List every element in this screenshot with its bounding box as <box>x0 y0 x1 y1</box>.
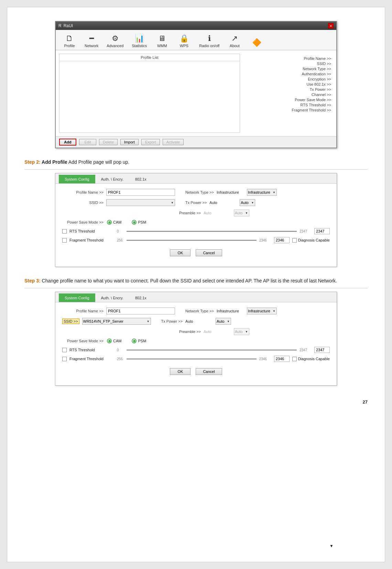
dialog2-network-type-select-wrapper: Infrastructure <box>247 308 277 314</box>
tab-about[interactable]: ↗ About <box>224 33 245 50</box>
dialog1-network-type-select-wrapper: Infrastructure <box>247 189 277 196</box>
dialog2-preamble-col: Preamble >> Auto Auto <box>179 328 249 335</box>
dialog2-rts-row: RTS Threshold 0 2347 <box>62 347 330 353</box>
dialog1-profile-name-label: Profile Name >> <box>62 190 104 194</box>
scroll-arrow[interactable]: ▼ <box>329 544 334 548</box>
dialog2-txpower-col: Tx Power >> Auto Auto <box>161 318 231 325</box>
dialog2-power-save-label: Power Save Mode >> <box>62 339 104 343</box>
field-use8021x: Use 802.1x >> <box>245 82 331 86</box>
dialog1-diagnosis-checkbox[interactable] <box>292 238 297 243</box>
dialog1-tab-8021x[interactable]: 802.1x <box>129 175 152 183</box>
dialog1-cam-radio[interactable]: CAM <box>107 220 121 225</box>
tab-advanced[interactable]: ⚙ Advanced <box>103 33 127 50</box>
dialog2-fragment-value-input[interactable] <box>274 356 290 362</box>
dialog1-footer: OK Cancel <box>62 246 330 261</box>
tab-wps[interactable]: 🔒 WPS <box>174 33 194 50</box>
raui-content: Profile List Profile Name >> SSID >> Net… <box>56 50 336 136</box>
dialog1-tab-auth-encry[interactable]: Auth. \ Encry. <box>95 175 129 183</box>
dialog2-network-type-col: Network Type >> Infrastructure Infrastru… <box>185 308 277 314</box>
dialog2-network-type-select[interactable]: Infrastructure <box>247 308 277 314</box>
dialog1-power-save-row: Power Save Mode >> CAM PSM <box>62 220 330 225</box>
close-button[interactable]: ✕ <box>328 23 334 29</box>
dialog2-tab-system-config[interactable]: System Config <box>59 293 95 302</box>
dialog1-rts-slider[interactable] <box>127 231 297 232</box>
dialog1-cancel-button[interactable]: Cancel <box>196 249 222 256</box>
tab-profile[interactable]: 🗋 Profile <box>59 33 80 50</box>
dialog1-network-type-select[interactable]: Infrastructure <box>247 189 277 196</box>
edit-button[interactable]: Edit <box>79 139 96 145</box>
dialog2-cam-radio[interactable]: CAM <box>107 339 121 343</box>
dialog1-tab-system-config[interactable]: System Config <box>59 175 95 183</box>
dialog2-diagnosis-checkbox[interactable] <box>292 357 297 361</box>
dialog1-cam-label: CAM <box>113 220 121 224</box>
step2-label: Step 2: <box>24 159 41 165</box>
dialog2-txpower-select[interactable]: Auto <box>216 318 231 325</box>
dialog2-footer: OK Cancel <box>62 365 330 380</box>
dialog2-ok-button[interactable]: OK <box>170 368 190 375</box>
field-profile-name: Profile Name >> <box>245 56 331 61</box>
dialog1-psm-radio-circle <box>132 220 137 225</box>
field-authentication: Authentication >> <box>245 72 331 76</box>
add-button[interactable]: Add <box>59 139 76 146</box>
dialog2-fragment-checkbox[interactable] <box>62 357 67 361</box>
dialog2-rts-slider[interactable] <box>127 350 297 351</box>
dialog1-preamble-value: Auto <box>204 211 231 215</box>
dialog1-ssid-select[interactable] <box>106 199 175 206</box>
activate-button[interactable]: Activate <box>163 139 184 145</box>
tab-statistics[interactable]: 📊 Statistics <box>128 33 150 50</box>
dialog1-fragment-min: 256 <box>117 238 124 242</box>
dialog2-network-type-value: Infrastructure <box>217 309 244 313</box>
tab-extra[interactable]: 🔶 <box>246 37 267 50</box>
dialog2-fragment-label: Fragment Threshold <box>69 357 114 361</box>
dialog2-content: Profile Name >> Network Type >> Infrastr… <box>55 302 337 385</box>
dialog2-txpower-value: Auto <box>185 319 213 323</box>
dialog1-txpower-label: Tx Power >> <box>185 201 207 205</box>
about-icon: ↗ <box>231 34 238 43</box>
app-title: RaUI <box>64 23 73 28</box>
dialog2-diagnosis-label: Diagnosis Capable <box>292 357 330 361</box>
dialog2-rts-min: 0 <box>117 348 124 352</box>
dialog1-preamble-label: Preamble >> <box>179 211 201 215</box>
dialog2-tabs: System Config Auth. \ Encry. 802.1x <box>55 292 337 302</box>
field-txpower: Tx Power >> <box>245 87 331 92</box>
dialog1-profile-name-input[interactable] <box>106 189 175 196</box>
delete-button[interactable]: Delete <box>99 139 118 145</box>
export-button[interactable]: Export <box>141 139 160 145</box>
dialog2-preamble-select-wrapper: Auto <box>234 328 249 335</box>
dialog1-rts-value-input[interactable] <box>314 228 330 234</box>
dialog2-cancel-button[interactable]: Cancel <box>196 368 222 375</box>
dialog1-fragment-slider[interactable] <box>127 240 257 241</box>
dialog1-psm-radio[interactable]: PSM <box>132 220 146 225</box>
dialog2-cam-radio-circle <box>107 339 112 343</box>
dialog2-txpower-select-wrapper: Auto <box>216 318 231 325</box>
dialog2-tab-8021x[interactable]: 802.1x <box>129 293 152 302</box>
dialog2-row2: SSID >> WR514VN_FTP_Server Tx Power >> A… <box>62 318 330 325</box>
dialog1-fragment-checkbox[interactable] <box>62 238 67 243</box>
tab-statistics-label: Statistics <box>132 44 147 48</box>
profile-icon: 🗋 <box>66 34 73 43</box>
tab-wmm[interactable]: 🖥 WMM <box>152 33 172 50</box>
dialog1-tabs: System Config Auth. \ Encry. 802.1x <box>55 173 337 184</box>
dialog2-ssid-select[interactable]: WR514VN_FTP_Server <box>82 318 151 325</box>
dialog1-txpower-select[interactable]: Auto <box>240 199 255 206</box>
dialog1-fragment-value-input[interactable] <box>274 237 290 243</box>
dialog1-ok-button[interactable]: OK <box>170 249 190 256</box>
dialog1-txpower-select-wrapper: Auto <box>240 199 255 206</box>
tab-radio-label: Radio on/off <box>199 44 219 48</box>
dialog2-psm-radio-circle <box>132 339 137 343</box>
import-button[interactable]: Import <box>120 139 139 145</box>
dialog2-fragment-slider[interactable] <box>127 358 257 359</box>
dialog2-rts-value-input[interactable] <box>314 347 330 353</box>
dialog2-tab-auth-encry[interactable]: Auth. \ Encry. <box>95 293 129 302</box>
tab-network[interactable]: ━ Network <box>81 33 102 50</box>
field-encryption: Encryption >> <box>245 77 331 81</box>
extra-icon: 🔶 <box>252 38 261 47</box>
dialog2-rts-checkbox[interactable] <box>62 348 67 352</box>
dialog1-network-type-col: Network Type >> Infrastructure Infrastru… <box>185 189 277 196</box>
dialog2-profile-name-input[interactable] <box>106 308 175 314</box>
dialog1-network-type-label: Network Type >> <box>185 190 214 194</box>
dialog1-rts-checkbox[interactable] <box>62 229 67 234</box>
wps-icon: 🔒 <box>179 34 189 43</box>
dialog2-psm-radio[interactable]: PSM <box>132 339 146 343</box>
tab-radio[interactable]: ℹ Radio on/off <box>196 33 223 50</box>
